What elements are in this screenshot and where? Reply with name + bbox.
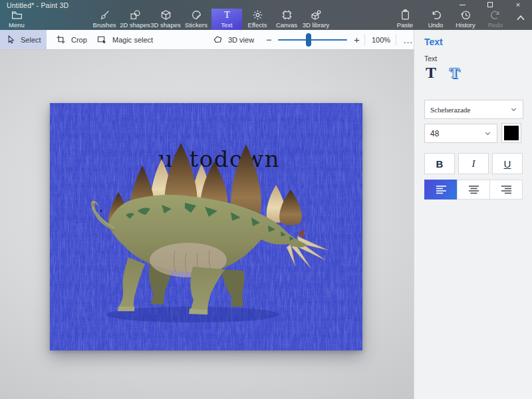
text-color-value [504, 126, 519, 140]
ribbon-tab-3d-library[interactable]: 3D library [301, 9, 331, 30]
stickers-icon [191, 9, 202, 21]
font-size-value: 48 [430, 129, 439, 138]
ribbon-tab-stickers[interactable]: Stickers [181, 9, 211, 30]
canvas-artwork: uptodown [50, 103, 362, 350]
close-button[interactable]: × [504, 0, 532, 9]
ribbon-tab-text[interactable]: T Text [211, 9, 242, 30]
ribbon-tab-effects[interactable]: Effects [242, 9, 273, 30]
ribbon-tab-3d-shapes[interactable]: 3D shapes [150, 9, 181, 30]
zoom-slider[interactable] [278, 30, 347, 49]
menu-button[interactable]: Menu [1, 9, 32, 30]
minimize-button[interactable] [448, 0, 476, 9]
3d-library-icon [311, 9, 322, 21]
2d-text-icon[interactable]: T [426, 65, 436, 80]
zoom-out-minus-icon: − [266, 34, 272, 45]
zoom-in-plus-icon: + [354, 34, 360, 45]
menu-folder-icon [11, 9, 23, 21]
3d-view-icon [213, 35, 223, 45]
magic-select-button[interactable]: Magic select [92, 30, 158, 49]
text-color-swatch[interactable] [501, 123, 521, 143]
title-and-ribbon-bar: Untitled* - Paint 3D × Menu Brushes 2D s… [0, 0, 532, 30]
crop-tool-label: Crop [71, 36, 87, 44]
text-settings-panel: Text Text T T Scheherazade 48 B I U [414, 30, 532, 399]
align-center-icon [468, 185, 479, 194]
svg-text:T: T [224, 10, 230, 20]
ribbon-tab-canvas[interactable]: Canvas [271, 9, 302, 30]
maximize-button[interactable] [476, 0, 504, 9]
history-icon [460, 9, 471, 21]
zoom-in-button[interactable]: + [348, 30, 365, 49]
zoom-slider-track[interactable] [278, 39, 347, 41]
align-right-icon [501, 185, 512, 194]
select-tool-label: Select [21, 36, 41, 44]
ellipsis-icon: … [403, 34, 414, 45]
3d-view-button[interactable]: 3D view [207, 30, 259, 49]
magic-select-icon [97, 35, 107, 45]
tools-toolbar: Select Crop Magic select 3D view − [0, 30, 414, 50]
italic-button[interactable]: I [458, 153, 489, 174]
crop-icon [56, 35, 66, 45]
paste-button[interactable]: Paste [390, 9, 420, 30]
3d-view-label: 3D view [228, 36, 254, 44]
text-icon: T [221, 9, 233, 21]
2d-shapes-icon [130, 9, 141, 21]
redo-icon [490, 9, 501, 21]
text-type-section-label: Text [424, 55, 437, 63]
zoom-out-button[interactable]: − [261, 30, 277, 49]
zoom-percentage-button[interactable]: 100% [367, 30, 395, 49]
align-left-button[interactable] [424, 180, 458, 200]
ribbon-tab-2d-shapes[interactable]: 2D shapes [120, 9, 150, 30]
paint3d-window: Untitled* - Paint 3D × Menu Brushes 2D s… [0, 0, 532, 399]
chevron-down-icon [510, 106, 517, 113]
chevron-down-icon [484, 130, 491, 137]
toolbar-divider-2 [396, 34, 396, 45]
font-family-select[interactable]: Scheherazade [424, 100, 523, 119]
3d-shapes-icon [160, 9, 172, 21]
font-family-value: Scheherazade [430, 106, 470, 114]
effects-icon [252, 9, 263, 21]
zoom-slider-thumb[interactable] [306, 33, 311, 47]
panel-heading: Text [424, 37, 443, 47]
drawing-canvas[interactable]: uptodown [50, 103, 362, 350]
font-size-select[interactable]: 48 [424, 124, 497, 143]
ribbon-tab-brushes[interactable]: Brushes [89, 9, 120, 30]
align-right-button[interactable] [489, 180, 523, 200]
close-icon: × [516, 1, 520, 9]
magic-select-label: Magic select [112, 36, 153, 44]
crop-tool-button[interactable]: Crop [51, 30, 92, 49]
toolbar-divider [364, 34, 365, 45]
3d-text-icon[interactable]: T [450, 66, 460, 80]
window-controls: × [448, 0, 532, 9]
redo-button[interactable]: Redo [480, 9, 511, 30]
bold-button[interactable]: B [424, 153, 455, 174]
undo-button[interactable]: Undo [420, 9, 451, 30]
collapse-ribbon-chevron-icon[interactable] [515, 12, 527, 24]
paste-icon [400, 9, 411, 21]
maximize-icon [487, 2, 493, 7]
minimize-icon [460, 5, 466, 5]
workspace[interactable]: uptodown [0, 50, 414, 399]
select-cursor-icon [5, 35, 15, 45]
underline-button[interactable]: U [492, 153, 523, 174]
brush-icon [99, 9, 110, 21]
align-left-icon [436, 185, 447, 194]
undo-icon [430, 9, 442, 21]
zoom-percentage-value: 100% [372, 36, 390, 44]
align-center-button[interactable] [457, 180, 490, 200]
select-tool-button[interactable]: Select [0, 30, 47, 49]
canvas-icon [281, 9, 293, 21]
history-button[interactable]: History [450, 9, 481, 30]
